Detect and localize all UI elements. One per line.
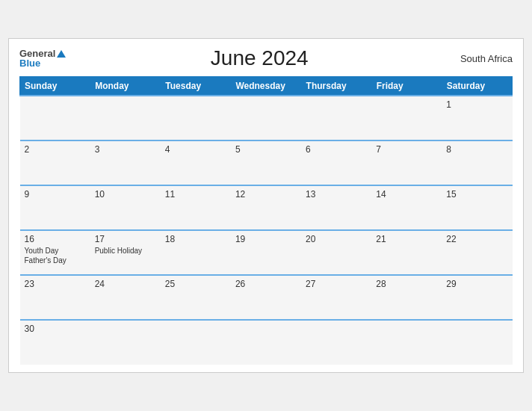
day-cell: 7 <box>371 140 442 185</box>
day-number: 24 <box>95 279 156 289</box>
day-number: 6 <box>306 144 367 155</box>
day-cell <box>301 96 371 140</box>
day-event: Public Holiday <box>95 246 156 256</box>
day-number: 17 <box>95 234 156 244</box>
day-cell: 23 <box>20 275 90 320</box>
day-cell <box>442 320 512 365</box>
day-number: 14 <box>376 189 437 200</box>
day-cell <box>20 96 90 140</box>
day-number: 27 <box>306 279 367 289</box>
weekday-header-saturday: Saturday <box>442 77 512 96</box>
day-number: 15 <box>446 189 507 200</box>
weekday-header-sunday: Sunday <box>20 77 90 96</box>
day-number: 21 <box>376 234 437 244</box>
day-cell: 4 <box>161 140 231 185</box>
day-number: 1 <box>446 99 507 110</box>
day-cell: 13 <box>301 185 371 230</box>
day-cell: 17Public Holiday <box>90 230 161 275</box>
day-number: 20 <box>306 234 367 244</box>
calendar: General Blue June 2024 South Africa Sund… <box>8 38 524 373</box>
day-number: 13 <box>306 189 367 200</box>
day-number: 4 <box>165 144 226 155</box>
weekday-header-wednesday: Wednesday <box>231 77 301 96</box>
weekday-header-tuesday: Tuesday <box>161 77 231 96</box>
week-row-5: 23242526272829 <box>20 275 513 320</box>
day-cell <box>161 320 231 365</box>
day-cell: 12 <box>231 185 301 230</box>
day-event: Father's Day <box>25 256 86 265</box>
week-row-1: 1 <box>20 96 513 140</box>
day-cell: 27 <box>301 275 371 320</box>
day-cell <box>161 96 231 140</box>
day-cell: 20 <box>301 230 371 275</box>
day-cell: 18 <box>161 230 231 275</box>
day-cell: 25 <box>161 275 231 320</box>
day-number: 11 <box>165 189 226 200</box>
logo: General Blue <box>19 49 66 68</box>
day-number: 19 <box>235 234 297 244</box>
calendar-grid: SundayMondayTuesdayWednesdayThursdayFrid… <box>19 76 513 365</box>
day-number: 5 <box>235 144 297 155</box>
day-cell: 21 <box>371 230 442 275</box>
day-number: 8 <box>446 144 507 155</box>
day-cell: 29 <box>442 275 512 320</box>
calendar-title: June 2024 <box>66 46 453 70</box>
day-cell <box>90 320 161 365</box>
day-cell: 24 <box>90 275 161 320</box>
week-row-6: 30 <box>20 320 513 365</box>
weekday-header-row: SundayMondayTuesdayWednesdayThursdayFrid… <box>20 77 513 96</box>
day-cell: 5 <box>231 140 301 185</box>
day-cell: 8 <box>442 140 512 185</box>
day-cell <box>231 320 301 365</box>
day-number: 3 <box>95 144 156 155</box>
day-cell: 6 <box>301 140 371 185</box>
day-number: 28 <box>376 279 437 289</box>
day-number: 18 <box>165 234 226 244</box>
weekday-header-monday: Monday <box>90 77 161 96</box>
day-number: 25 <box>165 279 226 289</box>
weekday-header-friday: Friday <box>371 77 442 96</box>
weekday-header-thursday: Thursday <box>301 77 371 96</box>
week-row-4: 16Youth DayFather's Day17Public Holiday1… <box>20 230 513 275</box>
day-number: 9 <box>25 189 86 200</box>
day-number: 22 <box>446 234 507 244</box>
day-cell: 9 <box>20 185 90 230</box>
day-cell: 1 <box>442 96 512 140</box>
day-cell: 28 <box>371 275 442 320</box>
day-cell <box>371 320 442 365</box>
day-cell: 11 <box>161 185 231 230</box>
day-number: 2 <box>25 144 86 155</box>
day-cell: 19 <box>231 230 301 275</box>
calendar-header: General Blue June 2024 South Africa <box>19 46 513 70</box>
day-number: 16 <box>25 234 86 244</box>
day-number: 10 <box>95 189 156 200</box>
day-cell <box>231 96 301 140</box>
day-cell: 10 <box>90 185 161 230</box>
calendar-country: South Africa <box>453 53 513 64</box>
day-cell: 15 <box>442 185 512 230</box>
day-cell: 30 <box>20 320 90 365</box>
day-number: 12 <box>235 189 297 200</box>
day-number: 26 <box>235 279 297 289</box>
day-number: 7 <box>376 144 437 155</box>
week-row-2: 2345678 <box>20 140 513 185</box>
day-cell: 3 <box>90 140 161 185</box>
day-cell: 26 <box>231 275 301 320</box>
day-cell: 2 <box>20 140 90 185</box>
day-cell <box>90 96 161 140</box>
day-cell <box>371 96 442 140</box>
week-row-3: 9101112131415 <box>20 185 513 230</box>
day-number: 29 <box>446 279 507 289</box>
day-number: 23 <box>25 279 86 289</box>
day-cell: 22 <box>442 230 512 275</box>
day-cell <box>301 320 371 365</box>
logo-blue: Blue <box>19 58 40 68</box>
logo-triangle-icon <box>57 50 66 58</box>
day-cell: 16Youth DayFather's Day <box>20 230 90 275</box>
day-cell: 14 <box>371 185 442 230</box>
day-number: 30 <box>25 324 86 334</box>
day-event: Youth Day <box>25 246 86 256</box>
